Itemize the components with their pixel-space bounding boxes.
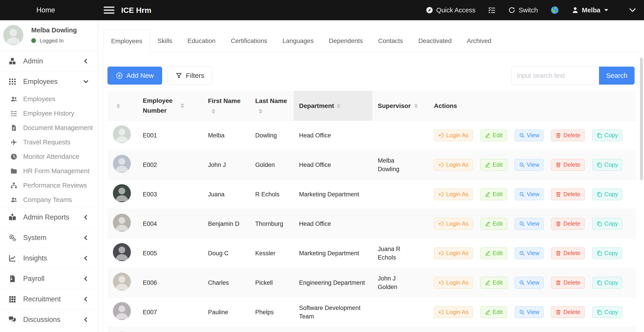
filters-button[interactable]: Filters: [168, 66, 212, 84]
delete-icon: [556, 309, 561, 315]
collapse-header-icon[interactable]: [629, 6, 636, 14]
sidebar-item-admin-reports[interactable]: Admin Reports: [0, 207, 98, 228]
home-link[interactable]: Home: [0, 6, 98, 14]
copy-button[interactable]: Copy: [592, 277, 622, 288]
column-header-row-select[interactable]: [108, 91, 138, 120]
edit-button[interactable]: Edit: [480, 277, 507, 288]
copy-button[interactable]: Copy: [592, 218, 622, 230]
column-header-supervisor[interactable]: Supervisor: [372, 91, 428, 120]
clock-icon: [10, 153, 17, 160]
cell-department: Engineering Department: [294, 268, 372, 297]
tab-contacts[interactable]: Contacts: [370, 30, 411, 52]
add-new-button[interactable]: Add New: [108, 66, 162, 84]
tab-education[interactable]: Education: [180, 30, 223, 52]
sidebar-subitem-label: Employees: [23, 95, 55, 103]
sidebar-subitem-hr-form-management[interactable]: HR Form Management: [0, 164, 98, 178]
search-group: Search: [511, 66, 634, 84]
login-as-button[interactable]: Login As: [434, 218, 473, 230]
login-as-button[interactable]: Login As: [434, 188, 473, 200]
login-as-button[interactable]: Login As: [434, 130, 473, 141]
view-button[interactable]: View: [515, 159, 544, 171]
vertical-scrollbar[interactable]: [640, 58, 643, 180]
sidebar-item-label: Payroll: [23, 275, 44, 283]
sort-icon[interactable]: [337, 102, 340, 110]
edit-button[interactable]: Edit: [480, 159, 507, 171]
login-as-button[interactable]: Login As: [434, 306, 473, 318]
view-button[interactable]: View: [515, 306, 544, 318]
status-text: Logged In: [40, 38, 64, 44]
sidebar-item-payroll[interactable]: Payroll: [0, 268, 98, 289]
sidebar-item-discussions[interactable]: Discussions: [0, 309, 98, 330]
switch-button[interactable]: Switch: [508, 6, 538, 14]
employee-avatar: [113, 272, 131, 290]
sidebar-item-system[interactable]: System: [0, 228, 98, 248]
search-button[interactable]: Search: [599, 66, 634, 84]
cell-supervisor: Melba Dowling: [372, 150, 428, 180]
sidebar-item-insights[interactable]: Insights: [0, 248, 98, 268]
view-icon: [519, 162, 525, 168]
edit-button[interactable]: Edit: [480, 130, 507, 141]
quick-access-button[interactable]: Quick Access: [426, 6, 475, 14]
delete-button[interactable]: Delete: [551, 277, 584, 288]
copy-button[interactable]: Copy: [592, 248, 622, 259]
column-header-last-name[interactable]: Last Name: [250, 91, 294, 120]
copy-button[interactable]: Copy: [592, 159, 622, 171]
tab-employees[interactable]: Employees: [104, 30, 150, 52]
copy-button[interactable]: Copy: [592, 188, 622, 200]
tab-certifications[interactable]: Certifications: [223, 30, 275, 52]
login-as-button[interactable]: Login As: [434, 159, 473, 171]
tab-archived[interactable]: Archived: [459, 30, 499, 52]
cell-employee-number: E001: [138, 120, 202, 150]
sort-icon[interactable]: [414, 102, 418, 110]
view-button[interactable]: View: [515, 248, 544, 259]
tab-dependents[interactable]: Dependents: [321, 30, 370, 52]
tab-languages[interactable]: Languages: [275, 30, 321, 52]
tasks-button[interactable]: [488, 6, 496, 14]
edit-button[interactable]: Edit: [480, 306, 507, 318]
column-header-employee-number[interactable]: Employee Number: [138, 91, 202, 120]
user-menu[interactable]: Melba: [572, 6, 613, 14]
sort-icon[interactable]: [180, 102, 184, 110]
sidebar-subitem-company-teams[interactable]: Company Teams: [0, 192, 98, 207]
hamburger-menu-icon[interactable]: [104, 5, 114, 15]
sidebar-item-admin[interactable]: Admin: [0, 51, 98, 71]
delete-button[interactable]: Delete: [551, 130, 584, 141]
sidebar-subitem-document-management[interactable]: Document Management: [0, 120, 98, 135]
copy-button[interactable]: Copy: [592, 130, 622, 141]
table-row: E004Benjamin DThornburgHead OfficeLogin …: [108, 209, 636, 238]
sidebar-subitem-monitor-attendance[interactable]: Monitor Attendance: [0, 149, 98, 164]
tab-deactivated[interactable]: Deactivated: [410, 30, 459, 52]
sidebar-subitem-employees[interactable]: Employees: [0, 92, 98, 106]
delete-icon: [556, 132, 561, 138]
copy-button[interactable]: Copy: [592, 306, 622, 318]
copy-icon: [596, 250, 602, 256]
delete-button[interactable]: Delete: [551, 218, 584, 230]
edit-button[interactable]: Edit: [480, 248, 507, 259]
language-globe-button[interactable]: [550, 6, 559, 14]
sort-icon[interactable]: [259, 107, 262, 116]
delete-button[interactable]: Delete: [551, 248, 584, 259]
view-button[interactable]: View: [515, 130, 544, 141]
delete-button[interactable]: Delete: [551, 188, 584, 200]
sidebar-subitem-performance-reviews[interactable]: Performance Reviews: [0, 178, 98, 192]
column-header-first-name[interactable]: First Name: [202, 91, 250, 120]
cell-last-name: R Echols: [250, 180, 294, 209]
sidebar-subitem-travel-requests[interactable]: Travel Requests: [0, 135, 98, 149]
search-input[interactable]: [511, 66, 599, 84]
view-button[interactable]: View: [515, 218, 544, 230]
login-as-button[interactable]: Login As: [434, 248, 473, 259]
login-as-button[interactable]: Login As: [434, 277, 473, 288]
delete-button[interactable]: Delete: [551, 306, 584, 318]
tab-skills[interactable]: Skills: [150, 30, 180, 52]
edit-button[interactable]: Edit: [480, 188, 507, 200]
sort-icon[interactable]: [212, 107, 215, 116]
view-button[interactable]: View: [515, 188, 544, 200]
sidebar-item-employees[interactable]: Employees: [0, 71, 98, 92]
sidebar-subitem-employee-history[interactable]: Employee History: [0, 106, 98, 120]
column-header-department[interactable]: Department: [294, 91, 372, 120]
edit-button[interactable]: Edit: [480, 218, 507, 230]
sidebar-item-recruitment[interactable]: Recruitment: [0, 289, 98, 309]
delete-button[interactable]: Delete: [551, 159, 584, 171]
view-button[interactable]: View: [515, 277, 544, 288]
sort-icon[interactable]: [116, 102, 120, 110]
